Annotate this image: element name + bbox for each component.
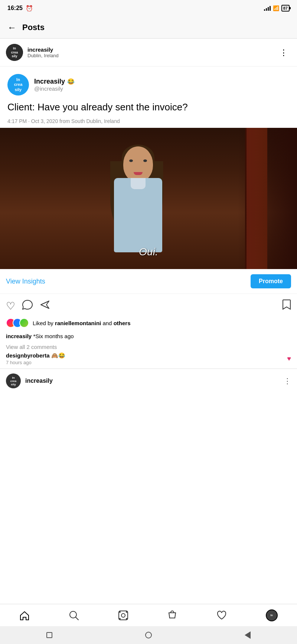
- nav-search-button[interactable]: [69, 610, 79, 621]
- more-options-button[interactable]: ⋮: [277, 48, 291, 58]
- status-time: 16:25: [7, 5, 23, 12]
- view-insights-button[interactable]: View Insights: [6, 278, 45, 285]
- comment-content: designbyroberta 🙈😂 7 hours ago: [6, 352, 65, 365]
- comment-time: 7 hours ago: [6, 360, 65, 365]
- svg-point-3: [121, 614, 125, 617]
- status-icons-group: 📶 87: [264, 5, 290, 12]
- nav-home-button[interactable]: [19, 610, 30, 621]
- post-image: Oui.: [0, 128, 297, 269]
- android-back-button[interactable]: [242, 630, 253, 640]
- post-actions-row: ♡: [0, 294, 297, 317]
- author-avatar-small[interactable]: Increasily: [6, 44, 23, 61]
- author-info: Increasily 😂 @increasily: [34, 78, 75, 92]
- likes-row: Liked by raniellemontanini and others: [0, 317, 297, 331]
- author-name: Increasily: [34, 78, 65, 85]
- author-avatar-large[interactable]: Increasily: [7, 74, 29, 96]
- next-post-preview: Increasily increasily ⋮: [0, 369, 297, 393]
- comment-body: 🙈😂: [50, 352, 65, 359]
- caption-body: *Six months ago: [32, 333, 74, 339]
- collar: [131, 178, 146, 189]
- like-button[interactable]: ♡: [6, 300, 15, 312]
- post-author-header: Increasily increasily Dublin, Ireland ⋮: [0, 39, 297, 67]
- comments-area: View all 2 comments designbyroberta 🙈😂 7…: [0, 342, 297, 368]
- battery-indicator: 87: [281, 5, 290, 12]
- bottom-nav: In: [0, 604, 297, 626]
- like-avatars: [6, 318, 29, 328]
- svg-point-4: [119, 611, 121, 613]
- svg-line-1: [76, 617, 78, 620]
- alarm-icon: ⏰: [26, 5, 33, 12]
- post-username[interactable]: increasily: [27, 46, 59, 53]
- share-button[interactable]: [40, 300, 50, 313]
- next-post-left: Increasily increasily: [6, 373, 53, 388]
- post-content-area: Increasily Increasily 😂 @increasily Clie…: [0, 67, 297, 128]
- android-circle-icon: [145, 632, 152, 638]
- post-author-row: Increasily Increasily 😂 @increasily: [7, 74, 290, 96]
- comment-heart-icon[interactable]: ♥: [287, 355, 291, 363]
- insights-action-bar: View Insights Promote: [0, 269, 297, 294]
- android-nav-bar: [0, 626, 297, 644]
- comment-username[interactable]: designbyroberta: [6, 352, 50, 359]
- author-emoji: 😂: [67, 78, 75, 85]
- post-timestamp: 4:17 PM · Oct 3, 2020 from South Dublin,…: [7, 118, 290, 124]
- page-header: ← Posts: [0, 16, 297, 39]
- like-avatar-3: [19, 318, 29, 328]
- author-name-row: Increasily 😂: [34, 78, 75, 85]
- person-head: [123, 146, 153, 182]
- android-square-icon: [46, 632, 52, 638]
- comment-row: designbyroberta 🙈😂 7 hours ago ♥: [6, 352, 291, 365]
- status-time-group: 16:25 ⏰: [7, 5, 33, 12]
- svg-point-6: [119, 618, 121, 619]
- signal-bars-icon: [264, 6, 271, 11]
- likes-others[interactable]: others: [114, 320, 131, 326]
- signal-bar-1: [264, 9, 265, 11]
- status-bar: 16:25 ⏰ 📶 87: [0, 0, 297, 16]
- caption-area: increasily *Six months ago: [0, 331, 297, 342]
- scene-figure: [86, 143, 190, 269]
- post-location: Dublin, Ireland: [27, 53, 59, 58]
- back-button[interactable]: ←: [7, 22, 16, 33]
- nav-likes-button[interactable]: [216, 610, 227, 621]
- post-author-info: Increasily increasily Dublin, Ireland: [6, 44, 59, 61]
- image-caption: Oui.: [139, 246, 158, 258]
- nav-reels-button[interactable]: [118, 610, 128, 621]
- android-recent-button[interactable]: [44, 630, 55, 640]
- author-details: increasily Dublin, Ireland: [27, 46, 59, 58]
- wifi-icon: 📶: [273, 5, 279, 11]
- next-post-more-button[interactable]: ⋮: [284, 376, 291, 385]
- comment-button[interactable]: [22, 300, 33, 313]
- post-text: Client: Have you already sent the invoic…: [7, 101, 290, 114]
- signal-bar-3: [268, 7, 269, 11]
- post-actions-left: ♡: [6, 300, 50, 313]
- next-post-avatar[interactable]: Increasily: [6, 373, 21, 388]
- likes-text: Liked by raniellemontanini and others: [33, 320, 130, 326]
- eye-right: [143, 159, 147, 162]
- likes-username[interactable]: raniellemontanini: [55, 320, 101, 326]
- person-body: [114, 178, 162, 252]
- next-post-username[interactable]: increasily: [25, 378, 53, 384]
- nav-shop-button[interactable]: [167, 610, 177, 621]
- author-handle: @increasily: [34, 85, 75, 92]
- view-all-comments[interactable]: View all 2 comments: [6, 344, 291, 350]
- comment-text: designbyroberta 🙈😂: [6, 352, 65, 359]
- svg-point-5: [126, 611, 127, 613]
- bookmark-button[interactable]: [282, 299, 291, 313]
- svg-point-7: [126, 618, 127, 619]
- signal-bar-2: [266, 8, 267, 11]
- nav-profile-button[interactable]: In: [266, 609, 278, 621]
- page-title: Posts: [22, 23, 45, 32]
- promote-button[interactable]: Promote: [251, 274, 291, 288]
- scene-right-blur: [238, 128, 297, 269]
- post-image-scene: Oui.: [0, 128, 297, 269]
- android-home-button[interactable]: [143, 630, 154, 640]
- signal-bar-4: [270, 6, 271, 11]
- lips: [134, 172, 143, 175]
- caption-username[interactable]: increasily: [6, 333, 32, 339]
- eye-left: [129, 159, 133, 162]
- nav-spacer: [0, 393, 297, 437]
- android-triangle-icon: [245, 631, 251, 639]
- caption-text: increasily *Six months ago: [6, 332, 291, 340]
